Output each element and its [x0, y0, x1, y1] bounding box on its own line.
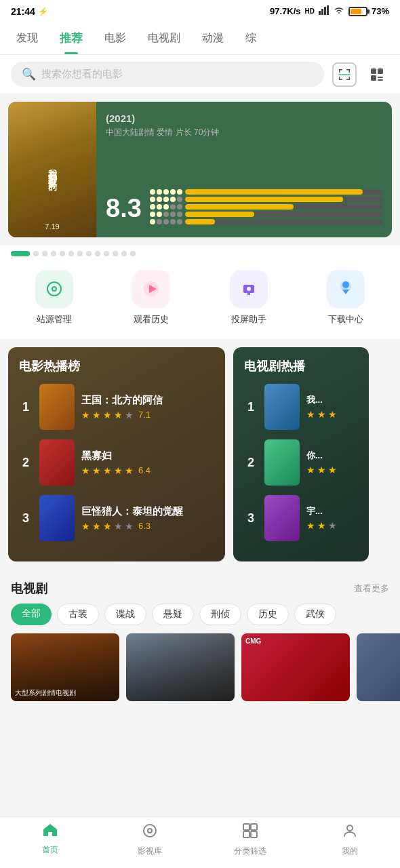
svg-point-30	[148, 829, 152, 833]
svg-rect-33	[243, 831, 249, 837]
tv-thumb-3[interactable]: CMG	[241, 633, 350, 701]
rankings-section: 电影热播榜 1 王国：北方的阿信 ★★★★★ 7.1 2 黑寡妇	[8, 347, 392, 561]
bolt-icon: ⚡	[38, 7, 48, 16]
bnav-mine[interactable]: 我的	[329, 823, 370, 857]
tv-thumb-3-label: CMG	[245, 637, 261, 645]
svg-rect-0	[319, 11, 321, 15]
tvshow-rankings-card[interactable]: 电视剧热播 1 我... ★★★ 2 你... ★★★	[233, 347, 369, 561]
svg-rect-3	[327, 5, 329, 15]
dot-11	[121, 251, 127, 256]
qa-download[interactable]: 下载中心	[327, 270, 365, 326]
bnav-library-label: 影视库	[138, 846, 162, 857]
mine-icon	[342, 823, 358, 843]
rank-item-2[interactable]: 2 黑寡妇 ★★★★★ 6.4	[19, 439, 214, 486]
scan-button[interactable]	[332, 62, 357, 87]
svg-rect-1	[321, 9, 323, 15]
tab-more[interactable]: 综	[235, 23, 267, 54]
filter-crime[interactable]: 刑侦	[199, 604, 241, 625]
tv-thumbnails: 大型系列剧情电视剧 CMG	[0, 633, 400, 712]
rank-thumb-1	[39, 384, 75, 430]
dot-active	[11, 251, 30, 256]
rank-item-1[interactable]: 1 王国：北方的阿信 ★★★★★ 7.1	[19, 384, 214, 430]
banner-year: (2021)	[106, 113, 382, 124]
bnav-browse-label: 分类筛选	[234, 846, 266, 857]
home-icon	[42, 823, 58, 842]
rank-stars-2: ★★★★★ 6.4	[81, 465, 214, 476]
tab-tvdramas[interactable]: 电视剧	[137, 23, 191, 54]
filter-wuxia[interactable]: 武侠	[294, 604, 336, 625]
bnav-home[interactable]: 首页	[30, 823, 71, 857]
battery-pct: 73%	[372, 6, 389, 16]
bnav-home-label: 首页	[42, 844, 58, 856]
tv-rank-info-3: 宇... ★★★	[306, 505, 358, 531]
svg-point-24	[247, 287, 251, 291]
tab-discover[interactable]: 发现	[5, 23, 49, 54]
svg-marker-28	[342, 290, 349, 294]
rank-num-2: 2	[19, 456, 33, 470]
filter-mystery[interactable]: 悬疑	[152, 604, 194, 625]
rank-info-1: 王国：北方的阿信 ★★★★★ 7.1	[81, 394, 214, 420]
rank-item-3[interactable]: 3 巨怪猎人：泰坦的觉醒 ★★★★★ 6.3	[19, 495, 214, 541]
layout-toggle-button[interactable]	[365, 62, 389, 87]
dot-4	[60, 251, 65, 256]
network-type: HD	[305, 7, 315, 15]
bnav-browse[interactable]: 分类筛选	[230, 823, 271, 857]
qa-source-manage[interactable]: 站源管理	[35, 270, 73, 326]
movie-rankings-card[interactable]: 电影热播榜 1 王国：北方的阿信 ★★★★★ 7.1 2 黑寡妇	[8, 347, 225, 561]
quick-actions: 站源管理 观看历史 投屏助手	[0, 259, 400, 339]
rank-score-2: 6.4	[138, 465, 151, 475]
tv-rank-info-1: 我... ★★★	[306, 394, 358, 420]
rank-num-3: 3	[19, 511, 33, 526]
rank-info-3: 巨怪猎人：泰坦的觉醒 ★★★★★ 6.3	[81, 505, 214, 532]
tab-recommend[interactable]: 推荐	[49, 22, 94, 54]
tab-anime[interactable]: 动漫	[191, 23, 235, 54]
status-time-area: 21:44 ⚡	[11, 6, 48, 17]
filter-spy[interactable]: 谍战	[104, 604, 146, 625]
qa-watch-history[interactable]: 观看历史	[132, 270, 170, 326]
rank-info-2: 黑寡妇 ★★★★★ 6.4	[81, 450, 214, 476]
tvshow-rank-title: 电视剧热播	[244, 358, 358, 374]
tv-rank-name-1: 我...	[306, 394, 358, 406]
tv-rank-name-3: 宇...	[306, 505, 358, 517]
qa-cast[interactable]: 投屏助手	[230, 270, 268, 326]
bnav-library[interactable]: 影视库	[129, 823, 170, 857]
svg-point-35	[347, 825, 353, 831]
filter-all[interactable]: 全部	[11, 604, 52, 625]
tv-thumb-4[interactable]	[357, 633, 400, 701]
filter-history[interactable]: 历史	[247, 604, 289, 625]
rank-stars-1: ★★★★★ 7.1	[81, 410, 214, 420]
tv-rank-item-3[interactable]: 3 宇... ★★★	[244, 495, 358, 541]
banner-tags: 中国大陆剧情 爱情 片长 70分钟	[106, 127, 382, 138]
tv-rank-thumb-1	[264, 384, 300, 430]
svg-rect-12	[338, 74, 351, 75]
rank-score-1: 7.1	[138, 410, 151, 420]
tab-movies[interactable]: 电影	[94, 23, 137, 54]
bnav-mine-label: 我的	[342, 846, 358, 857]
search-box[interactable]: 🔍 搜索你想看的电影	[11, 62, 324, 87]
tv-thumb-1[interactable]: 大型系列剧情电视剧	[11, 633, 119, 701]
svg-rect-14	[378, 68, 383, 74]
svg-rect-13	[371, 68, 376, 74]
banner-score: 8.3	[106, 195, 142, 221]
movie-rank-title: 电影热播榜	[19, 358, 214, 374]
status-time: 21:44	[11, 6, 35, 17]
rank-score-3: 6.3	[138, 521, 151, 531]
featured-banner[interactable]: 我在他们中挺好的 7.19 (2021) 中国大陆剧情 爱情 片长 70分钟 8…	[8, 102, 392, 237]
filter-ancient[interactable]: 古装	[57, 604, 99, 625]
tv-rank-item-1[interactable]: 1 我... ★★★	[244, 384, 358, 430]
rank-thumb-2	[39, 439, 75, 486]
qa-source-label: 站源管理	[37, 313, 72, 326]
tv-rank-item-2[interactable]: 2 你... ★★★	[244, 439, 358, 486]
tv-section-header: 电视剧 查看更多	[0, 570, 400, 604]
tv-section-more[interactable]: 查看更多	[354, 583, 389, 595]
dot-8	[95, 251, 100, 256]
svg-rect-25	[247, 293, 250, 295]
cast-icon	[230, 270, 268, 308]
qa-download-label: 下载中心	[328, 313, 363, 326]
tv-thumb-2[interactable]	[126, 633, 235, 701]
signal-icon	[319, 5, 329, 17]
search-icon: 🔍	[22, 67, 36, 81]
rank-name-2: 黑寡妇	[81, 450, 214, 462]
svg-rect-11	[349, 77, 351, 80]
svg-rect-32	[251, 824, 257, 830]
